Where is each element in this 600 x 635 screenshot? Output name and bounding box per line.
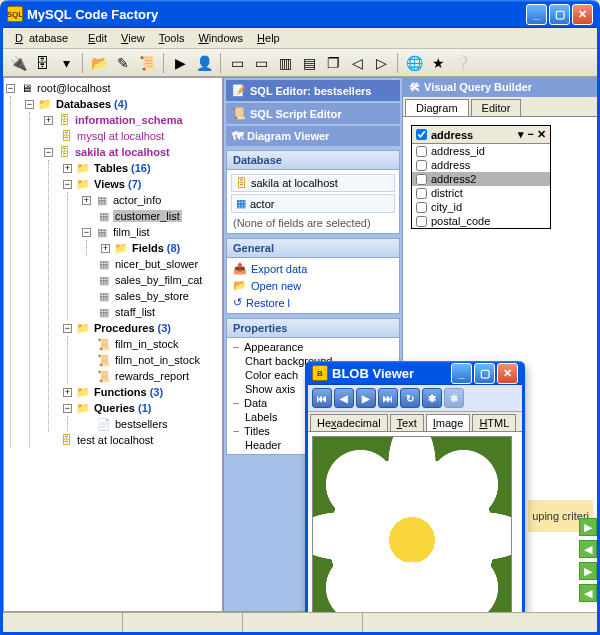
table-check-all[interactable]	[416, 129, 427, 140]
app-title: MySQL Code Factory	[27, 7, 524, 22]
menu-view[interactable]: View	[115, 30, 151, 46]
menu-help[interactable]: Help	[251, 30, 286, 46]
blob-viewer-window[interactable]: B BLOB Viewer _ ▢ ✕ ⏮ ◀ ▶ ⏭ ↻ ✱ ✱ Hexade…	[305, 361, 525, 612]
tool-edit-icon[interactable]: ✎	[112, 52, 134, 74]
tree-db-test[interactable]: 🗄test at localhost	[44, 432, 220, 448]
tree-root[interactable]: −🖥root@localhost	[6, 80, 220, 96]
tool-star-icon[interactable]: ★	[427, 52, 449, 74]
db-item-actor[interactable]: ▦actor	[231, 194, 395, 213]
tree-view-actor_info[interactable]: +▦actor_info	[82, 192, 220, 208]
blob-tab-text[interactable]: Text	[390, 414, 424, 431]
blob-next-icon[interactable]: ▶	[356, 388, 376, 408]
prop-appearance[interactable]: −Appearance	[229, 340, 397, 354]
section-properties-header: Properties	[227, 319, 399, 338]
tree-fields[interactable]: +📁Fields (8)	[101, 240, 220, 256]
tree-view-film_list[interactable]: −▦film_list	[82, 224, 220, 240]
tool-dropdown-icon[interactable]: ▾	[55, 52, 77, 74]
link-restore[interactable]: ↺Restore l	[229, 294, 397, 311]
tree-views[interactable]: −📁Views (7)	[63, 176, 220, 192]
tree-functions[interactable]: +📁Functions (3)	[63, 384, 220, 400]
blob-last-icon[interactable]: ⏭	[378, 388, 398, 408]
section-database-header: Database	[227, 151, 399, 170]
blob-minimize-button[interactable]: _	[451, 363, 472, 384]
arrow-right-1-icon[interactable]: ▶	[579, 518, 597, 536]
arrow-left-2-icon[interactable]: ◀	[579, 584, 597, 602]
tree-queries[interactable]: −📁Queries (1)	[63, 400, 220, 416]
menu-database[interactable]: Database	[9, 30, 80, 46]
tab-sql-editor[interactable]: 📝SQL Editor: bestsellers	[226, 80, 400, 101]
tool-tile-v-icon[interactable]: ▤	[298, 52, 320, 74]
menu-windows[interactable]: Windows	[192, 30, 249, 46]
table-address[interactable]: address▾ − ✕ address_idaddressaddress2di…	[411, 125, 551, 229]
blob-close-button[interactable]: ✕	[497, 363, 518, 384]
tool-run-icon[interactable]: ▶	[169, 52, 191, 74]
tool-person-icon[interactable]: 👤	[193, 52, 215, 74]
blob-maximize-button[interactable]: ▢	[474, 363, 495, 384]
table-name: address	[431, 129, 473, 141]
blob-first-icon[interactable]: ⏮	[312, 388, 332, 408]
minimize-button[interactable]: _	[526, 4, 547, 25]
tree-view-staff_list[interactable]: ▦staff_list	[82, 304, 220, 320]
tool-prev-icon[interactable]: ◁	[346, 52, 368, 74]
arrow-left-1-icon[interactable]: ◀	[579, 540, 597, 558]
vqb-title: 🛠Visual Query Builder	[403, 77, 597, 97]
col-address_id[interactable]: address_id	[412, 144, 550, 158]
menu-edit[interactable]: Edit	[82, 30, 113, 46]
tab-diagram-viewer[interactable]: 🗺Diagram Viewer	[226, 126, 400, 146]
col-postal_code[interactable]: postal_code	[412, 214, 550, 228]
fields-none-label: (None of fields are selected)	[229, 215, 397, 231]
link-export[interactable]: 📤Export data	[229, 260, 397, 277]
tree-db-mysql[interactable]: 🗄mysql at localhost	[44, 128, 220, 144]
tab-script-editor[interactable]: 📜SQL Script Editor	[226, 103, 400, 124]
link-open-new[interactable]: 📂Open new	[229, 277, 397, 294]
tool-help-icon[interactable]: ❔	[451, 52, 473, 74]
db-item-sakila[interactable]: 🗄sakila at localhost	[231, 174, 395, 192]
maximize-button[interactable]: ▢	[549, 4, 570, 25]
blob-refresh-icon[interactable]: ↻	[400, 388, 420, 408]
builder-icon: 🛠	[409, 81, 420, 93]
blob-tab-image[interactable]: Image	[426, 414, 471, 431]
tool-window2-icon[interactable]: ▭	[250, 52, 272, 74]
tree-view-sales_by_film_cat[interactable]: ▦sales_by_film_cat	[82, 272, 220, 288]
blob-tab-hex[interactable]: Hexadecimal	[310, 414, 388, 431]
col-address2[interactable]: address2	[412, 172, 550, 186]
tree-procedures[interactable]: −📁Procedures (3)	[63, 320, 220, 336]
database-tree[interactable]: −🖥root@localhost −📁Databases (4) +🗄infor…	[3, 77, 223, 612]
tree-db-sakila[interactable]: −🗄sakila at localhost	[44, 144, 220, 160]
tool-db-add-icon[interactable]: 🗄	[31, 52, 53, 74]
blob-tab-html[interactable]: HTML	[472, 414, 516, 431]
vqb-tab-editor[interactable]: Editor	[471, 99, 522, 116]
tree-view-sales_by_store[interactable]: ▦sales_by_store	[82, 288, 220, 304]
tree-tables[interactable]: +📁Tables (16)	[63, 160, 220, 176]
close-button[interactable]: ✕	[572, 4, 593, 25]
vqb-tab-diagram[interactable]: Diagram	[405, 99, 469, 116]
tree-proc-film_not_in_stock[interactable]: 📜film_not_in_stock	[82, 352, 220, 368]
blob-image-area	[308, 432, 522, 612]
tool-cascade-icon[interactable]: ❐	[322, 52, 344, 74]
menu-tools[interactable]: Tools	[153, 30, 191, 46]
tree-proc-rewards_report[interactable]: 📜rewards_report	[82, 368, 220, 384]
tool-script-icon[interactable]: 📜	[136, 52, 158, 74]
tool-globe-icon[interactable]: 🌐	[403, 52, 425, 74]
arrow-right-2-icon[interactable]: ▶	[579, 562, 597, 580]
tool-tile-h-icon[interactable]: ▥	[274, 52, 296, 74]
main-titlebar: SQL MySQL Code Factory _ ▢ ✕	[3, 0, 597, 28]
col-district[interactable]: district	[412, 186, 550, 200]
tool-next-icon[interactable]: ▷	[370, 52, 392, 74]
tree-db-info-schema[interactable]: +🗄information_schema	[44, 112, 220, 128]
tool-connect-icon[interactable]: 🔌	[7, 52, 29, 74]
script-icon: 📜	[232, 107, 246, 120]
tree-view-nicer_but_slower[interactable]: ▦nicer_but_slower	[82, 256, 220, 272]
tree-query-bestsellers[interactable]: 📄bestsellers	[82, 416, 220, 432]
blob-prev-icon[interactable]: ◀	[334, 388, 354, 408]
tool-open-icon[interactable]: 📂	[88, 52, 110, 74]
col-city_id[interactable]: city_id	[412, 200, 550, 214]
blob-star-icon[interactable]: ✱	[422, 388, 442, 408]
tree-databases[interactable]: −📁Databases (4)	[25, 96, 220, 112]
col-address[interactable]: address	[412, 158, 550, 172]
app-icon: SQL	[7, 6, 23, 22]
tree-proc-film_in_stock[interactable]: 📜film_in_stock	[82, 336, 220, 352]
blob-title: BLOB Viewer	[332, 366, 449, 381]
tree-view-customer_list[interactable]: ▦customer_list	[82, 208, 220, 224]
tool-window1-icon[interactable]: ▭	[226, 52, 248, 74]
